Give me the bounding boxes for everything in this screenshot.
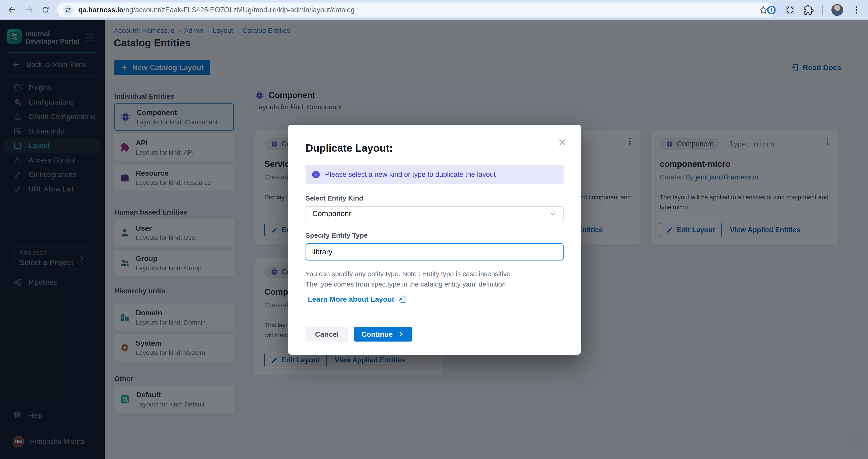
extensions-puzzle-icon[interactable] xyxy=(803,5,814,15)
entity-kind-selected-value: Component xyxy=(312,209,351,218)
modal-title: Duplicate Layout: xyxy=(306,142,564,154)
helper-line-2: The type comes from spec.type in the cat… xyxy=(306,280,506,288)
helper-text: You can specify any entity type. Note : … xyxy=(306,269,564,289)
password-manager-extension-icon[interactable] xyxy=(766,5,777,15)
url-path: /ng/account/zEaak-FLS425IEO7OLzMUg/modul… xyxy=(123,6,354,14)
entity-type-input[interactable] xyxy=(306,243,564,260)
extension-sunburst-icon[interactable] xyxy=(785,5,795,15)
entity-type-label: Specify Entity Type xyxy=(306,232,564,239)
duplicate-layout-modal: Duplicate Layout: Please select a new ki… xyxy=(288,125,581,355)
url-text[interactable]: qa.harness.io/ng/account/zEaak-FLS425IEO… xyxy=(78,6,354,14)
browser-chrome: qa.harness.io/ng/account/zEaak-FLS425IEO… xyxy=(0,0,868,20)
continue-button[interactable]: Continue xyxy=(354,327,412,342)
helper-line-1: You can specify any entity type. Note : … xyxy=(306,270,510,278)
chevron-down-icon xyxy=(549,209,557,218)
browser-menu-kebab-icon[interactable] xyxy=(852,5,861,15)
browser-extensions-area xyxy=(766,0,868,20)
browser-forward-icon[interactable] xyxy=(24,5,33,14)
info-banner: Please select a new kind or type to dupl… xyxy=(306,165,564,184)
url-bar[interactable]: qa.harness.io/ng/account/zEaak-FLS425IEO… xyxy=(57,2,774,18)
cancel-button[interactable]: Cancel xyxy=(306,327,348,342)
browser-reload-icon[interactable] xyxy=(41,5,50,14)
browser-profile-avatar[interactable] xyxy=(831,4,844,16)
screen: qa.harness.io/ng/account/zEaak-FLS425IEO… xyxy=(0,0,868,459)
chevron-right-icon xyxy=(397,331,405,338)
entity-kind-label: Select Entity Kind xyxy=(306,194,564,202)
learn-more-label: Learn More about Layout xyxy=(308,295,394,304)
learn-more-link[interactable]: Learn More about Layout xyxy=(308,295,406,304)
doc-arrow-icon xyxy=(398,295,406,304)
site-settings-icon[interactable] xyxy=(63,5,73,15)
entity-kind-select[interactable]: Component xyxy=(306,206,564,221)
continue-label: Continue xyxy=(362,330,393,339)
chrome-separator xyxy=(822,5,823,15)
info-icon xyxy=(311,170,320,179)
info-banner-text: Please select a new kind or type to dupl… xyxy=(325,170,496,179)
url-domain: qa.harness.io xyxy=(78,6,123,14)
browser-back-icon[interactable] xyxy=(8,5,17,14)
close-icon[interactable] xyxy=(557,137,568,147)
